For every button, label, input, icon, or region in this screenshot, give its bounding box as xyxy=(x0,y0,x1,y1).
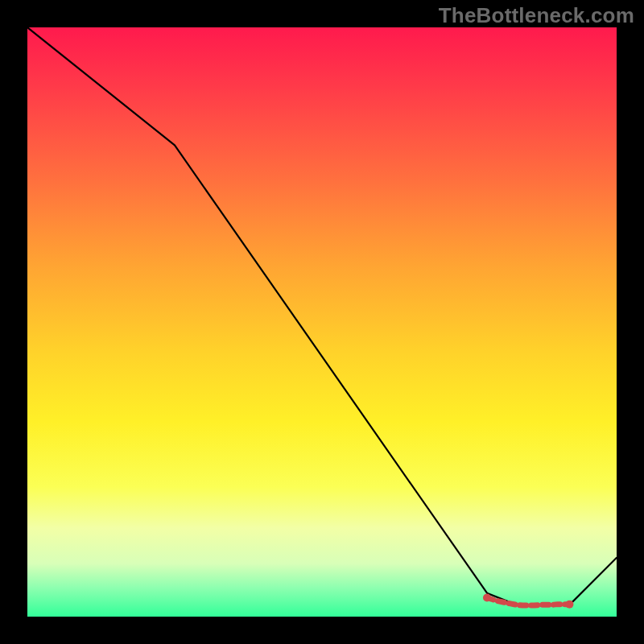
chart-frame: TheBottleneck.com xyxy=(0,0,644,644)
svg-point-1 xyxy=(565,601,573,609)
chart-svg xyxy=(27,27,617,617)
plot-area xyxy=(27,27,617,617)
bottleneck-curve-line xyxy=(27,27,617,605)
watermark-text: TheBottleneck.com xyxy=(439,3,634,28)
svg-point-0 xyxy=(483,594,491,602)
